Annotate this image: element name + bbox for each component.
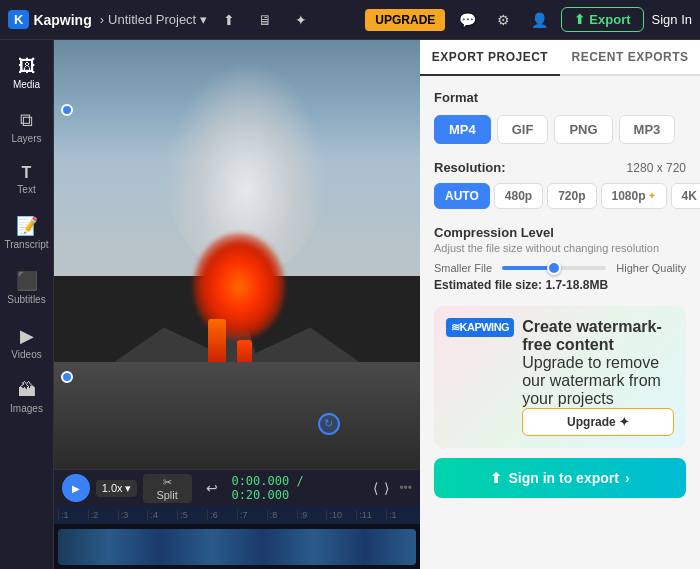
slider-left-label: Smaller File [434, 262, 492, 274]
format-buttons: MP4 GIF PNG MP3 [434, 115, 686, 144]
slider-thumb[interactable] [547, 261, 561, 275]
videos-icon: ▶ [20, 325, 34, 347]
timeline-controls: ▶ 1.0x ▾ ✂ Split ↩ 0:00.000 / 0:20.000 ⟨… [54, 470, 420, 506]
ruler-mark: :1 [386, 510, 416, 520]
ruler-mark: :1 [58, 510, 88, 520]
sidebar-label-layers: Layers [11, 133, 41, 144]
watermark-logo: ≋KAPWING [446, 318, 514, 337]
ruler-mark: :9 [297, 510, 327, 520]
timeline-track[interactable] [54, 524, 420, 569]
ruler-mark: :10 [326, 510, 356, 520]
upload-button[interactable]: ⬆ [215, 6, 243, 34]
signin-export-chevron: › [625, 470, 630, 486]
media-icon: 🖼 [18, 56, 36, 77]
panel-content: Format MP4 GIF PNG MP3 Resolution: 1280 … [420, 76, 700, 569]
sidebar-item-images[interactable]: 🏔 Images [3, 372, 51, 422]
current-time: 0:00.000 [231, 474, 289, 488]
subtitles-icon: ⬛ [16, 270, 38, 292]
file-size-value: 1.7-18.8MB [545, 278, 608, 292]
canvas-container[interactable]: ↻ [54, 40, 420, 469]
sidebar-item-layers[interactable]: ⧉ Layers [3, 102, 51, 152]
resolution-value: 1280 x 720 [627, 161, 686, 175]
logo-icon: K [8, 10, 29, 29]
app-logo[interactable]: K Kapwing [8, 10, 92, 29]
sidebar-label-images: Images [10, 403, 43, 414]
tab-recent-exports[interactable]: RECENT EXPORTS [560, 40, 700, 74]
brand-name: Kapwing [33, 12, 91, 28]
monitor-button[interactable]: 🖥 [251, 6, 279, 34]
ruler-mark: :3 [118, 510, 148, 520]
signin-button[interactable]: Sign In [652, 12, 692, 27]
slider-right-label: Higher Quality [616, 262, 686, 274]
project-name[interactable]: Untitled Project [108, 12, 196, 27]
nav-left-button[interactable]: ⟨ [373, 480, 378, 496]
split-button[interactable]: ✂ Split [143, 474, 192, 503]
ruler-mark: :7 [237, 510, 267, 520]
images-icon: 🏔 [18, 380, 36, 401]
res-720p[interactable]: 720p [547, 183, 596, 209]
compression-label: Compression Level [434, 225, 686, 240]
sidebar: 🖼 Media ⧉ Layers T Text 📝 Transcript ⬛ S… [0, 40, 54, 569]
export-button[interactable]: ⬆ Export [561, 7, 643, 32]
breadcrumb-separator: › [100, 12, 104, 27]
slider-row: Smaller File Higher Quality [434, 262, 686, 274]
breadcrumb: › Untitled Project ▾ [100, 12, 208, 27]
watermark-desc: Upgrade to remove our watermark from you… [522, 354, 674, 408]
timeline: ▶ 1.0x ▾ ✂ Split ↩ 0:00.000 / 0:20.000 ⟨… [54, 469, 420, 569]
signin-export-button[interactable]: ⬆ Sign in to export › [434, 458, 686, 498]
res-4k[interactable]: 4K ✦ [671, 183, 700, 209]
format-mp3[interactable]: MP3 [619, 115, 676, 144]
sidebar-label-transcript: Transcript [4, 239, 48, 250]
ruler-mark: :6 [207, 510, 237, 520]
chat-button[interactable]: 💬 [453, 6, 481, 34]
signin-export-icon: ⬆ [490, 470, 502, 486]
format-label: Format [434, 90, 686, 105]
format-gif[interactable]: GIF [497, 115, 549, 144]
ruler-mark: :11 [356, 510, 386, 520]
export-label: Export [589, 12, 630, 27]
res-480p[interactable]: 480p [494, 183, 543, 209]
timeline-ruler: :1 :2 :3 :4 :5 :6 :7 :8 :9 :10 :11 :1 [54, 506, 420, 524]
speed-button[interactable]: 1.0x ▾ [96, 480, 137, 497]
resolution-row: Resolution: 1280 x 720 [434, 160, 686, 175]
sidebar-item-videos[interactable]: ▶ Videos [3, 317, 51, 368]
format-png[interactable]: PNG [554, 115, 612, 144]
sidebar-item-transcript[interactable]: 📝 Transcript [3, 207, 51, 258]
panel-tabs: EXPORT PROJECT RECENT EXPORTS [420, 40, 700, 76]
gear-button[interactable]: ⚙ [489, 6, 517, 34]
magic-button[interactable]: ✦ [287, 6, 315, 34]
slider-track [502, 266, 606, 270]
project-dropdown-icon[interactable]: ▾ [200, 12, 207, 27]
timeline-time: 0:00.000 / 0:20.000 [231, 474, 367, 502]
signin-export-label: Sign in to export [508, 470, 618, 486]
ruler-marks: :1 :2 :3 :4 :5 :6 :7 :8 :9 :10 :11 :1 [58, 510, 416, 520]
compression-desc: Adjust the file size without changing re… [434, 242, 686, 254]
canvas-handle-center-icon[interactable]: ↻ [318, 413, 340, 435]
resolution-label: Resolution: [434, 160, 506, 175]
nav-right-button[interactable]: ⟩ [384, 480, 389, 496]
total-time: 0:20.000 [231, 488, 289, 502]
tab-export-project[interactable]: EXPORT PROJECT [420, 40, 560, 76]
res-auto[interactable]: AUTO [434, 183, 490, 209]
watermark-card: ≋KAPWING Create watermark-free content U… [434, 306, 686, 448]
compression-slider[interactable] [502, 266, 606, 270]
sidebar-label-videos: Videos [11, 349, 41, 360]
watermark-title: Create watermark-free content [522, 318, 674, 354]
ruler-mark: :2 [88, 510, 118, 520]
transcript-icon: 📝 [16, 215, 38, 237]
res-1080p[interactable]: 1080p ✦ [601, 183, 667, 209]
ruler-mark: :4 [147, 510, 177, 520]
sidebar-item-subtitles[interactable]: ⬛ Subtitles [3, 262, 51, 313]
topbar: K Kapwing › Untitled Project ▾ ⬆ 🖥 ✦ UPG… [0, 0, 700, 40]
undo-button[interactable]: ↩ [198, 474, 226, 502]
sidebar-item-text[interactable]: T Text [3, 156, 51, 203]
resolution-buttons: AUTO 480p 720p 1080p ✦ 4K ✦ [434, 183, 686, 209]
user-button[interactable]: 👤 [525, 6, 553, 34]
upgrade-button[interactable]: UPGRADE [365, 9, 445, 31]
sidebar-label-text: Text [17, 184, 35, 195]
file-size: Estimated file size: 1.7-18.8MB [434, 278, 686, 292]
sidebar-item-media[interactable]: 🖼 Media [3, 48, 51, 98]
upgrade-card-button[interactable]: Upgrade ✦ [522, 408, 674, 436]
format-mp4[interactable]: MP4 [434, 115, 491, 144]
play-button[interactable]: ▶ [62, 474, 90, 502]
